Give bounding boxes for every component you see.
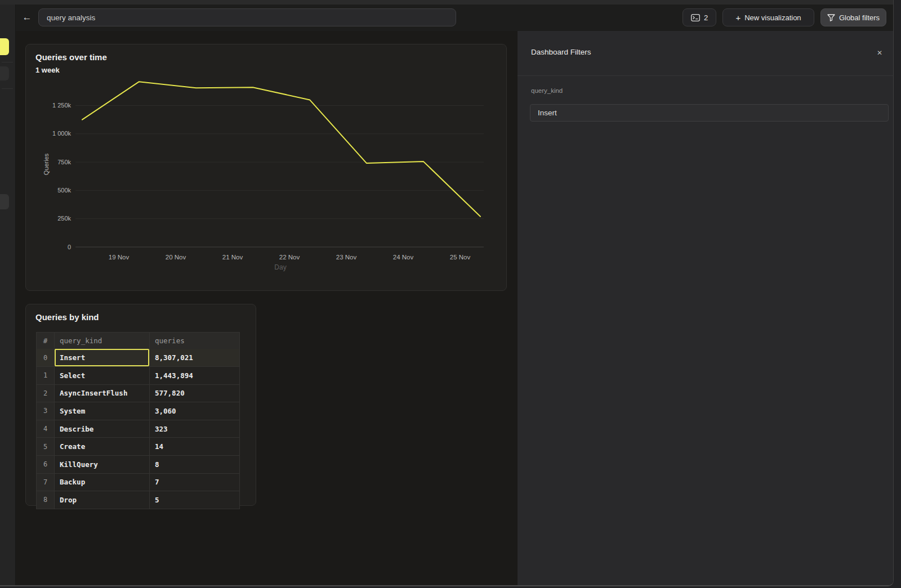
- svg-text:24 Nov: 24 Nov: [393, 254, 414, 261]
- filter-funnel-icon: [827, 14, 835, 21]
- table-row[interactable]: 2AsyncInsertFlush577,820: [37, 384, 239, 402]
- chart-subtitle: 1 week: [35, 66, 60, 74]
- sidebar-item-active-dashboard[interactable]: [0, 38, 9, 55]
- chart-title: Queries over time: [35, 52, 107, 62]
- cell-query-kind[interactable]: AsyncInsertFlush: [54, 385, 149, 402]
- cell-query-kind[interactable]: Create: [54, 438, 149, 455]
- table-row[interactable]: 8Drop5: [37, 491, 239, 509]
- cell-queries[interactable]: 8: [149, 456, 239, 473]
- sidebar-item-3[interactable]: [0, 194, 9, 209]
- row-index: 7: [37, 474, 54, 491]
- cell-queries[interactable]: 3,060: [149, 402, 239, 420]
- back-icon[interactable]: ←: [21, 11, 33, 24]
- visualization-count: 2: [704, 14, 708, 22]
- svg-text:19 Nov: 19 Nov: [109, 254, 130, 261]
- filters-panel-title: Dashboard Filters: [531, 48, 591, 56]
- svg-text:1 000k: 1 000k: [52, 130, 72, 137]
- dashboard-canvas: 0250k500k750k1 000k1 250k19 Nov20 Nov21 …: [16, 31, 518, 585]
- cell-query-kind[interactable]: Backup: [54, 474, 149, 491]
- cell-query-kind[interactable]: Drop: [54, 491, 149, 509]
- global-filters-button[interactable]: Global filters: [820, 8, 886, 26]
- queries-by-kind-card: Queries by kind #query_kindqueries 0Inse…: [25, 304, 256, 506]
- cell-query-kind[interactable]: Insert: [54, 349, 149, 366]
- cell-query-kind[interactable]: Describe: [54, 420, 149, 438]
- row-index: 1: [37, 367, 54, 384]
- cell-queries[interactable]: 577,820: [149, 385, 239, 402]
- window-top-strip: [0, 0, 893, 5]
- cell-query-kind[interactable]: KillQuery: [54, 456, 149, 473]
- row-index: 3: [37, 402, 54, 420]
- row-index: 2: [37, 385, 54, 402]
- cell-queries[interactable]: 1,443,894: [149, 367, 239, 384]
- table-header-row: #query_kindqueries: [37, 333, 239, 349]
- visualization-count-button[interactable]: 2: [683, 8, 716, 26]
- global-filters-label: Global filters: [839, 14, 880, 22]
- query-kind-filter-input[interactable]: [530, 104, 889, 122]
- dashboard-filters-panel: Dashboard Filters ✕ query_kind: [518, 31, 893, 585]
- svg-text:750k: 750k: [57, 159, 71, 165]
- table-row[interactable]: 4Describe323: [37, 420, 239, 438]
- plus-icon: +: [735, 14, 741, 22]
- table-row[interactable]: 3System3,060: [37, 402, 239, 420]
- dashboard-title-input[interactable]: [38, 8, 456, 26]
- row-index: 5: [37, 438, 54, 455]
- console-icon: [691, 14, 700, 21]
- sidebar-divider: [2, 88, 13, 89]
- cell-queries[interactable]: 323: [149, 420, 239, 438]
- cell-queries[interactable]: 8,307,021: [149, 349, 239, 366]
- cell-queries[interactable]: 5: [149, 491, 239, 509]
- table-row[interactable]: 6KillQuery8: [37, 455, 239, 473]
- svg-text:1 250k: 1 250k: [52, 102, 72, 109]
- query-kind-filter-label: query_kind: [531, 87, 563, 94]
- sidebar: [0, 5, 16, 585]
- app-window: ↻ ← 2 + New visualization: [0, 0, 894, 586]
- queries-by-kind-table: #query_kindqueries 0Insert8,307,0211Sele…: [36, 332, 240, 509]
- sidebar-divider: [2, 62, 13, 62]
- cell-queries[interactable]: 14: [149, 438, 239, 455]
- cell-queries[interactable]: 7: [149, 474, 239, 491]
- sidebar-item-2[interactable]: [0, 66, 9, 80]
- cell-query-kind[interactable]: System: [54, 402, 149, 420]
- svg-text:0: 0: [68, 244, 71, 250]
- svg-text:22 Nov: 22 Nov: [279, 254, 300, 261]
- svg-text:20 Nov: 20 Nov: [166, 254, 186, 261]
- row-index: 0: [37, 349, 54, 366]
- toolbar: ↻ ← 2 + New visualization: [0, 5, 893, 32]
- panel-divider: [518, 75, 893, 76]
- svg-text:Day: Day: [274, 263, 286, 271]
- svg-text:250k: 250k: [57, 215, 71, 222]
- queries-over-time-chart[interactable]: 0250k500k750k1 000k1 250k19 Nov20 Nov21 …: [26, 44, 506, 290]
- table-row[interactable]: 1Select1,443,894: [37, 366, 239, 384]
- toolbar-buttons: 2 + New visualization Global filters: [683, 8, 886, 26]
- row-index: 6: [37, 456, 54, 473]
- row-index: 4: [37, 420, 54, 438]
- svg-text:23 Nov: 23 Nov: [336, 254, 357, 261]
- table-row[interactable]: 0Insert8,307,021: [37, 349, 239, 366]
- table-row[interactable]: 7Backup7: [37, 473, 239, 491]
- svg-text:21 Nov: 21 Nov: [222, 254, 243, 261]
- cell-query-kind[interactable]: Select: [54, 367, 149, 384]
- svg-text:25 Nov: 25 Nov: [450, 254, 471, 261]
- column-header-query_kind: query_kind: [54, 333, 149, 349]
- table-title: Queries by kind: [35, 312, 99, 322]
- new-visualization-label: New visualization: [744, 14, 801, 22]
- column-header-queries: queries: [149, 333, 239, 349]
- row-index: 8: [37, 491, 54, 509]
- new-visualization-button[interactable]: + New visualization: [722, 8, 814, 26]
- column-header-index: #: [37, 333, 54, 349]
- close-icon[interactable]: ✕: [875, 48, 884, 57]
- table-row[interactable]: 5Create14: [37, 437, 239, 455]
- svg-text:500k: 500k: [57, 187, 71, 194]
- queries-over-time-card: 0250k500k750k1 000k1 250k19 Nov20 Nov21 …: [25, 44, 507, 291]
- svg-text:Queries: Queries: [43, 153, 50, 175]
